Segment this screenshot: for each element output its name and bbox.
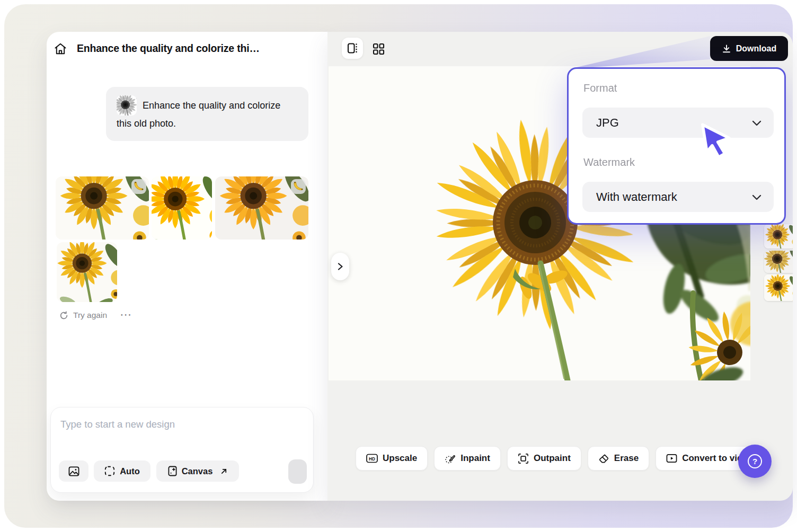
home-icon — [54, 42, 67, 56]
outpaint-button[interactable]: Outpaint — [507, 446, 581, 471]
format-label: Format — [583, 82, 617, 94]
question-mark-icon: ? — [748, 454, 762, 468]
home-button[interactable] — [53, 41, 68, 56]
grid-view-icon — [373, 43, 385, 55]
inpaint-brush-icon — [445, 453, 456, 464]
chat-message-text: Enhance the quality and colorize this ol… — [117, 100, 280, 129]
canvas-label: Canvas — [182, 466, 213, 476]
model-badge — [131, 179, 146, 194]
chevron-right-icon — [336, 262, 344, 271]
canvas-mode-button[interactable]: Canvas — [156, 460, 239, 482]
banana-icon — [131, 179, 146, 194]
chat-message: Enhance the quality and colorize this ol… — [106, 87, 308, 141]
auto-label: Auto — [120, 466, 140, 476]
model-badge — [291, 179, 306, 194]
grid-view-button[interactable] — [371, 42, 385, 56]
session-title: Enhance the quality and colorize thi… — [77, 42, 260, 55]
outpaint-frame-icon — [518, 453, 529, 464]
image-icon — [68, 466, 79, 476]
erase-label: Erase — [614, 453, 639, 464]
upscale-button[interactable]: HD Upscale — [356, 446, 428, 471]
format-value: JPG — [596, 116, 619, 130]
download-button[interactable]: Download — [710, 36, 788, 61]
result-thumbnail-4[interactable] — [57, 242, 117, 302]
try-again-button[interactable]: Try again — [59, 311, 107, 320]
single-view-button[interactable] — [342, 38, 363, 59]
external-arrow-icon — [220, 468, 227, 475]
sidebar-expand-button[interactable] — [331, 253, 349, 280]
refresh-icon — [59, 311, 68, 320]
auto-size-button[interactable]: Auto — [94, 460, 150, 482]
convert-to-video-label: Convert to vid — [682, 453, 742, 464]
canvas-icon — [168, 466, 177, 476]
try-again-label: Try again — [73, 311, 107, 320]
banana-icon — [291, 179, 306, 194]
watermark-select[interactable]: With watermark — [582, 182, 774, 212]
chevron-down-icon — [750, 117, 763, 129]
result-thumbnail-1[interactable] — [56, 176, 149, 240]
erase-button[interactable]: Erase — [588, 446, 649, 471]
watermark-value: With watermark — [596, 190, 677, 204]
more-options-button[interactable]: ⋯ — [120, 308, 132, 322]
svg-text:HD: HD — [369, 457, 375, 462]
hd-icon: HD — [366, 454, 378, 463]
screen: Enhance the quality and colorize thi… En… — [0, 0, 797, 532]
variant-thumbnail-2[interactable] — [764, 251, 793, 273]
send-button[interactable] — [288, 459, 307, 484]
result-thumbnail-3[interactable] — [215, 176, 308, 240]
prompt-composer: Auto Canvas — [50, 407, 314, 493]
eraser-icon — [598, 453, 609, 464]
prompt-input[interactable] — [60, 416, 299, 433]
canvas-area: Download Format JPG Watermark With water… — [327, 32, 793, 501]
panel-view-icon — [346, 42, 359, 55]
upscale-label: Upscale — [383, 453, 417, 464]
inpaint-button[interactable]: Inpaint — [434, 446, 501, 471]
download-label: Download — [736, 44, 776, 54]
format-select[interactable]: JPG — [582, 108, 774, 138]
video-icon — [666, 454, 677, 463]
download-icon — [722, 44, 731, 54]
auto-frame-icon — [104, 466, 115, 476]
variant-thumbnail-3[interactable] — [764, 274, 793, 301]
edit-toolbar: HD Upscale Inpaint Outpaint — [356, 446, 753, 471]
inpaint-label: Inpaint — [461, 453, 490, 464]
add-image-button[interactable] — [59, 460, 88, 482]
export-options-panel: Format JPG Watermark With watermark — [567, 67, 786, 225]
chevron-down-icon — [750, 191, 763, 203]
help-button[interactable]: ? — [738, 445, 772, 478]
outpaint-label: Outpaint — [534, 453, 571, 464]
chat-sidebar: Enhance the quality and colorize thi… En… — [47, 32, 327, 501]
result-thumbnail-2[interactable] — [152, 176, 212, 240]
attachment-thumbnail — [117, 95, 137, 116]
watermark-label: Watermark — [583, 156, 635, 169]
variant-thumbnail-1[interactable] — [764, 224, 793, 249]
